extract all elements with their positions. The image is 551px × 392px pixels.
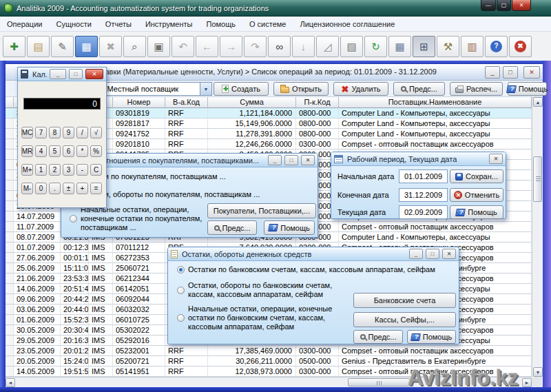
scroll-up-icon[interactable]: ▲ xyxy=(533,97,543,107)
calc-key-9[interactable]: 9 xyxy=(63,127,74,138)
radio-icon[interactable] xyxy=(177,314,185,322)
vertical-scrollbar[interactable]: ▲ ▼ xyxy=(532,97,543,377)
date-field[interactable]: 01.01.2009 xyxy=(399,169,448,183)
scroll-right-icon[interactable]: ► xyxy=(522,378,532,387)
undo-button[interactable]: ↶ xyxy=(171,36,194,57)
forward-button[interactable]: → xyxy=(220,36,242,57)
column-header[interactable] xyxy=(6,97,14,108)
calc-key-*[interactable]: * xyxy=(76,145,88,157)
chevron-down-icon[interactable]: ▼ xyxy=(200,83,211,95)
money-cash-safes-button[interactable]: Кассы, Сейфы,... xyxy=(353,312,456,327)
search-button[interactable]: ⌕ xyxy=(123,36,146,57)
partners-maximize-button[interactable]: □ xyxy=(284,155,298,165)
open-button[interactable]: ▤ xyxy=(27,36,50,57)
doc-close-button[interactable]: ✕ xyxy=(523,66,540,79)
menu-item-1[interactable]: Сущности xyxy=(49,17,98,31)
save-button[interactable]: ▦ xyxy=(75,36,98,57)
calc-key-+[interactable]: + xyxy=(76,183,88,194)
calc-key-4[interactable]: 4 xyxy=(35,145,47,157)
calculator-window[interactable]: Кал... _ □ ✕ 0 MC789/√MR456*%M+123-CM-0.… xyxy=(17,67,107,208)
back-button[interactable]: ← xyxy=(196,36,218,57)
date-field[interactable]: 31.12.2009 xyxy=(399,188,448,202)
table-row[interactable]: 20.05.200915:24:01IMS05200721RRF30,266,2… xyxy=(6,356,532,367)
calc-key-5[interactable]: 5 xyxy=(49,145,61,157)
vertical-scroll-thumb[interactable] xyxy=(533,156,542,202)
calc-key-MC[interactable]: MC xyxy=(21,127,33,138)
edit-button[interactable]: ✎ xyxy=(51,36,74,57)
action-распеч-button[interactable]: Распеч... xyxy=(450,82,503,96)
calc-key-C[interactable]: C xyxy=(90,164,102,176)
money-bank-accounts-button[interactable]: Банковские счета xyxy=(353,293,456,308)
download-button[interactable]: ↓ xyxy=(292,36,315,57)
scroll-down-icon[interactable]: ▼ xyxy=(533,367,543,377)
partners-minimize-button[interactable]: _ xyxy=(268,155,282,165)
calc-key-√[interactable]: √ xyxy=(90,127,102,138)
table-row[interactable]: 23.05.200920:01:22IMS05232001RRF17,385,4… xyxy=(6,346,532,356)
radio-icon[interactable] xyxy=(177,266,185,274)
money-minimize-button[interactable]: _ xyxy=(409,249,423,259)
money-dialog[interactable]: Остатки, обороты денежных средств _ □ ✕ … xyxy=(167,247,459,344)
refresh-button[interactable]: ↻ xyxy=(364,36,387,57)
calc-key-.[interactable]: . xyxy=(49,183,61,194)
action-создать-button[interactable]: Создать xyxy=(214,82,269,96)
calc-key-8[interactable]: 8 xyxy=(49,127,61,138)
binoculars-button[interactable]: ∞ xyxy=(268,36,291,57)
date-field[interactable]: 02.09.2009 xyxy=(399,205,448,219)
period-dialog-titlebar[interactable]: Рабочий период, Текущая дата ✕ xyxy=(331,152,506,166)
partners-help-button[interactable]: Помощь xyxy=(264,220,315,235)
calc-key-M+[interactable]: M+ xyxy=(21,164,33,176)
calc-key--[interactable]: - xyxy=(76,164,88,176)
action-удалить-button[interactable]: ✖Удалить xyxy=(333,82,388,96)
period-save-button[interactable]: Сохран... xyxy=(450,169,503,183)
calc-key-2[interactable]: 2 xyxy=(49,164,61,176)
delete-button[interactable]: ✖ xyxy=(99,36,122,57)
calc-key-7[interactable]: 7 xyxy=(35,127,47,138)
maximize-button[interactable]: ▢ xyxy=(497,0,511,11)
money-maximize-button[interactable]: □ xyxy=(426,249,439,259)
ruler-button[interactable]: ◿ xyxy=(316,36,339,57)
tools-button[interactable]: ⚒ xyxy=(437,36,459,57)
horizontal-scroll-thumb[interactable] xyxy=(348,378,410,386)
action-помощь-button[interactable]: Помощь xyxy=(508,82,547,96)
doc-restore-button[interactable]: □ xyxy=(503,66,518,79)
partners-partners-list-button[interactable]: Покупатели, Поставщики,... xyxy=(207,203,316,218)
calc-key-1[interactable]: 1 xyxy=(35,164,47,176)
calc-key-%[interactable]: % xyxy=(90,145,102,157)
partners-close-icon[interactable]: ✕ xyxy=(301,155,315,165)
menu-item-4[interactable]: Помощь xyxy=(199,17,242,31)
minimize-button[interactable]: — xyxy=(481,0,496,11)
redo-button[interactable]: ↷ xyxy=(244,36,267,57)
action-открыть-button[interactable]: Открыть xyxy=(273,82,329,96)
radio-icon[interactable] xyxy=(177,287,185,294)
radio-option[interactable]: Остатки, обороты по покупателям, поставщ… xyxy=(70,190,318,199)
menu-item-5[interactable]: О системе xyxy=(242,17,293,31)
column-header[interactable]: Поставщик.Наименование xyxy=(339,97,532,108)
close-button[interactable]: ✕ xyxy=(512,0,531,11)
print-button[interactable]: ▣ xyxy=(147,36,170,57)
doc-minimize-button[interactable]: _ xyxy=(485,66,500,79)
calculator-button[interactable]: ⊞ xyxy=(413,36,435,57)
new-button[interactable]: ✚ xyxy=(3,36,25,57)
money-preview-button[interactable]: Предс... xyxy=(353,330,403,344)
menu-item-0[interactable]: Операции xyxy=(0,17,49,31)
calc-key-M-[interactable]: M- xyxy=(21,183,33,194)
period-close-icon[interactable]: ✕ xyxy=(489,154,503,164)
calc-key-0[interactable]: 0 xyxy=(35,183,47,194)
exit-button[interactable]: ✖ xyxy=(509,36,532,57)
period-cancel-button[interactable]: Отменить xyxy=(450,188,503,202)
money-help-button[interactable]: Помощь xyxy=(407,330,456,344)
radio-option[interactable]: Остатки по покупателям, поставщикам ... xyxy=(70,172,318,181)
money-dialog-titlebar[interactable]: Остатки, обороты денежных средств _ □ ✕ xyxy=(168,247,459,261)
calc-key-=[interactable]: = xyxy=(90,183,102,194)
menu-item-3[interactable]: Инструменты xyxy=(138,17,200,31)
period-dialog[interactable]: Рабочий период, Текущая дата ✕ Начальная… xyxy=(331,152,506,219)
archive-button[interactable]: ▥ xyxy=(461,36,484,57)
period-help-button[interactable]: Помощь xyxy=(450,205,503,219)
column-header[interactable]: Номер xyxy=(113,97,165,108)
scroll-left-icon[interactable]: ◄ xyxy=(6,378,15,387)
calc-minimize-button[interactable]: _ xyxy=(50,69,66,79)
money-close-icon[interactable]: ✕ xyxy=(442,249,456,259)
calendar-button[interactable]: ▦ xyxy=(388,36,411,57)
partners-preview-button[interactable]: Предс... xyxy=(207,220,257,235)
column-header[interactable]: П-к.Код xyxy=(296,97,339,108)
